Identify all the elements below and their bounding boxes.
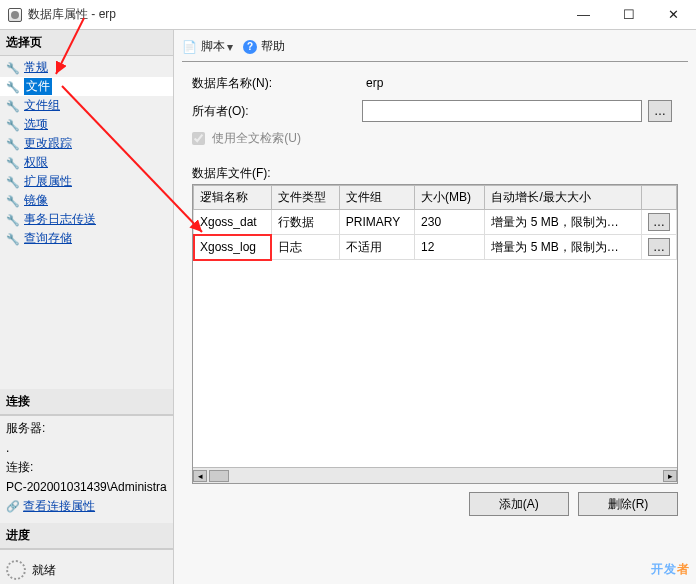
wrench-icon	[6, 175, 20, 189]
cell-size[interactable]: 230	[415, 210, 485, 235]
view-connection-link[interactable]: 查看连接属性	[6, 498, 167, 515]
files-table: 逻辑名称 文件类型 文件组 大小(MB) 自动增长/最大大小 Xgoss_dat…	[193, 185, 677, 260]
connection-label: 连接:	[6, 459, 167, 476]
cell-logical[interactable]: Xgoss_log	[194, 235, 272, 260]
col-size[interactable]: 大小(MB)	[415, 186, 485, 210]
connection-block: 服务器: . 连接: PC-202001031439\Administrat 查…	[0, 415, 173, 523]
sidebar-item-label: 事务日志传送	[24, 211, 96, 228]
toolbar: 📄 脚本 ▾ ? 帮助	[182, 36, 688, 62]
page-list: 常规 文件 文件组 选项 更改跟踪 权限 扩展属性 镜像 事务日志传送 查询存储	[0, 56, 173, 250]
table-row[interactable]: Xgoss_log 日志 不适用 12 增量为 5 MB，限制为… …	[194, 235, 677, 260]
growth-edit-button[interactable]: …	[648, 238, 670, 256]
sidebar-item-mirroring[interactable]: 镜像	[0, 191, 173, 210]
table-header-row: 逻辑名称 文件类型 文件组 大小(MB) 自动增长/最大大小	[194, 186, 677, 210]
main-panel: 📄 脚本 ▾ ? 帮助 数据库名称(N): erp 所有者(O): … 使用全文…	[174, 30, 696, 584]
horizontal-scrollbar[interactable]: ◂ ▸	[193, 467, 677, 483]
sidebar-item-filegroups[interactable]: 文件组	[0, 96, 173, 115]
chevron-down-icon: ▾	[227, 40, 233, 54]
window-buttons: — ☐ ✕	[561, 0, 696, 29]
sidebar-item-label: 镜像	[24, 192, 48, 209]
dbname-label: 数据库名称(N):	[192, 75, 362, 92]
help-label: 帮助	[261, 38, 285, 55]
wrench-icon	[6, 137, 20, 151]
cell-size[interactable]: 12	[415, 235, 485, 260]
close-button[interactable]: ✕	[651, 0, 696, 29]
owner-label: 所有者(O):	[192, 103, 362, 120]
scroll-right-icon[interactable]: ▸	[663, 470, 677, 482]
files-grid: 逻辑名称 文件类型 文件组 大小(MB) 自动增长/最大大小 Xgoss_dat…	[192, 184, 678, 484]
sidebar-item-label: 常规	[24, 59, 48, 76]
sidebar-item-extended[interactable]: 扩展属性	[0, 172, 173, 191]
progress-status-row: 就绪	[6, 560, 167, 580]
connection-header: 连接	[0, 389, 173, 415]
col-growth[interactable]: 自动增长/最大大小	[485, 186, 642, 210]
form: 数据库名称(N): erp 所有者(O): … 使用全文检索(U)	[182, 62, 688, 161]
sidebar-item-label: 权限	[24, 154, 48, 171]
sidebar-item-label: 文件	[24, 78, 52, 95]
connection-value: PC-202001031439\Administrat	[6, 480, 167, 494]
sidebar-item-options[interactable]: 选项	[0, 115, 173, 134]
window-title: 数据库属性 - erp	[28, 6, 561, 23]
owner-row: 所有者(O): …	[192, 100, 678, 122]
watermark: 开发者	[651, 549, 690, 580]
link-icon	[6, 499, 23, 513]
fulltext-checkbox	[192, 132, 205, 145]
minimize-button[interactable]: —	[561, 0, 606, 29]
body-container: 选择页 常规 文件 文件组 选项 更改跟踪 权限 扩展属性 镜像 事务日志传送 …	[0, 30, 696, 584]
col-action	[642, 186, 677, 210]
cell-growth[interactable]: 增量为 5 MB，限制为…	[485, 235, 642, 260]
table-row[interactable]: Xgoss_dat 行数据 PRIMARY 230 增量为 5 MB，限制为… …	[194, 210, 677, 235]
script-button[interactable]: 📄 脚本 ▾	[182, 38, 233, 55]
server-value: .	[6, 441, 167, 455]
sidebar-item-permissions[interactable]: 权限	[0, 153, 173, 172]
cell-filegroup[interactable]: 不适用	[339, 235, 414, 260]
wrench-icon	[6, 118, 20, 132]
cell-growth[interactable]: 增量为 5 MB，限制为…	[485, 210, 642, 235]
progress-status-text: 就绪	[32, 562, 56, 579]
server-label: 服务器:	[6, 420, 167, 437]
help-button[interactable]: ? 帮助	[243, 38, 285, 55]
spinner-icon	[6, 560, 26, 580]
wrench-icon	[6, 213, 20, 227]
sidebar-item-label: 选项	[24, 116, 48, 133]
wrench-icon	[6, 80, 20, 94]
scroll-thumb[interactable]	[209, 470, 229, 482]
sidebar-item-general[interactable]: 常规	[0, 58, 173, 77]
wrench-icon	[6, 156, 20, 170]
sidebar: 选择页 常规 文件 文件组 选项 更改跟踪 权限 扩展属性 镜像 事务日志传送 …	[0, 30, 174, 584]
col-filegroup[interactable]: 文件组	[339, 186, 414, 210]
scroll-left-icon[interactable]: ◂	[193, 470, 207, 482]
files-label: 数据库文件(F):	[192, 165, 678, 182]
col-filetype[interactable]: 文件类型	[271, 186, 339, 210]
growth-edit-button[interactable]: …	[648, 213, 670, 231]
fulltext-label: 使用全文检索(U)	[212, 131, 301, 145]
sidebar-item-label: 文件组	[24, 97, 60, 114]
cell-filegroup[interactable]: PRIMARY	[339, 210, 414, 235]
owner-input[interactable]	[362, 100, 642, 122]
sidebar-item-logshipping[interactable]: 事务日志传送	[0, 210, 173, 229]
button-bar: 添加(A) 删除(R)	[192, 492, 678, 516]
sidebar-item-changetracking[interactable]: 更改跟踪	[0, 134, 173, 153]
maximize-button[interactable]: ☐	[606, 0, 651, 29]
title-bar: 数据库属性 - erp — ☐ ✕	[0, 0, 696, 30]
wrench-icon	[6, 232, 20, 246]
wrench-icon	[6, 194, 20, 208]
sidebar-item-files[interactable]: 文件	[0, 77, 173, 96]
fulltext-row: 使用全文检索(U)	[192, 130, 678, 147]
dbname-value: erp	[362, 74, 678, 92]
cell-filetype[interactable]: 行数据	[271, 210, 339, 235]
sidebar-spacer	[0, 250, 173, 389]
wrench-icon	[6, 61, 20, 75]
sidebar-item-label: 更改跟踪	[24, 135, 72, 152]
database-icon	[8, 8, 22, 22]
add-button[interactable]: 添加(A)	[469, 492, 569, 516]
cell-logical[interactable]: Xgoss_dat	[194, 210, 272, 235]
col-logical[interactable]: 逻辑名称	[194, 186, 272, 210]
remove-button[interactable]: 删除(R)	[578, 492, 678, 516]
dbname-row: 数据库名称(N): erp	[192, 74, 678, 92]
progress-block: 就绪	[0, 549, 173, 584]
sidebar-item-querystore[interactable]: 查询存储	[0, 229, 173, 248]
owner-browse-button[interactable]: …	[648, 100, 672, 122]
progress-header: 进度	[0, 523, 173, 549]
cell-filetype[interactable]: 日志	[271, 235, 339, 260]
